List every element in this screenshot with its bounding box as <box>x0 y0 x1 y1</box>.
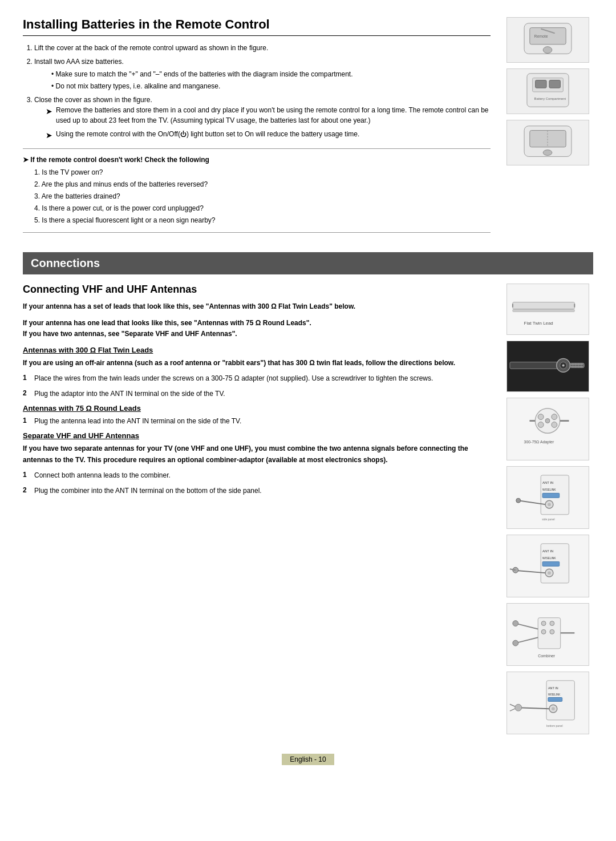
connections-images: Flat Twin Lead <box>502 284 593 734</box>
svg-point-32 <box>551 414 557 419</box>
svg-point-65 <box>549 629 554 634</box>
svg-rect-17 <box>512 309 574 312</box>
svg-point-53 <box>548 571 551 575</box>
svg-rect-23 <box>570 363 584 368</box>
adapter-image: 300-75Ω Adapter <box>506 398 589 460</box>
svg-point-13 <box>543 150 552 156</box>
warning-item-4: 4. Is there a power cut, or is the power… <box>34 203 491 213</box>
warning-item-3: 3. Are the batteries drained? <box>34 191 491 201</box>
svg-line-74 <box>518 707 549 709</box>
svg-text:300-75Ω Adapter: 300-75Ω Adapter <box>524 440 554 444</box>
svg-text:ANT IN: ANT IN <box>548 686 558 689</box>
ant-in-image-75: ANT IN WISELINK <box>506 535 589 597</box>
svg-rect-7 <box>535 80 546 88</box>
svg-point-2 <box>543 47 552 54</box>
step-2: Install two AAA size batteries. Make sur… <box>34 56 491 91</box>
svg-line-59 <box>515 637 537 643</box>
battery-image-3 <box>506 120 589 165</box>
combiner-image-2: ANT IN WISELINK bottom panel <box>506 672 589 734</box>
vhf-uhf-title: Connecting VHF and UHF Antennas <box>23 284 491 296</box>
svg-line-58 <box>515 623 537 629</box>
svg-text:bottom panel: bottom panel <box>546 724 562 727</box>
svg-point-62 <box>541 621 546 625</box>
step-3: Close the cover as shown in the figure. … <box>34 95 491 141</box>
flat-twin-step-2: 2 Plug the adaptor into the ANT IN termi… <box>23 389 491 399</box>
page-footer: English - 10 <box>23 751 593 767</box>
batteries-section: Installing Batteries in the Remote Contr… <box>23 17 593 240</box>
batteries-title: Installing Batteries in the Remote Contr… <box>23 17 491 36</box>
vhf-uhf-text: Connecting VHF and UHF Antennas If your … <box>23 284 491 734</box>
svg-rect-42 <box>542 493 560 498</box>
warning-item-2: 2. Are the plus and minus ends of the ba… <box>34 179 491 189</box>
warning-section: ➤ If the remote control doesn't work! Ch… <box>23 156 491 225</box>
svg-text:WISELINK: WISELINK <box>542 557 556 560</box>
battery-image-1: Remote <box>506 17 589 63</box>
svg-point-22 <box>562 365 564 367</box>
svg-text:Combiner: Combiner <box>538 653 556 657</box>
battery-image-2: Battery Compartment <box>506 68 589 114</box>
flat-antenna-image: Flat Twin Lead <box>506 284 589 335</box>
svg-line-77 <box>509 709 514 711</box>
svg-point-46 <box>516 498 520 503</box>
separate-heading: Separate VHF and UHF Antennas <box>23 431 491 440</box>
flat-twin-desc: If you are using an off-air antenna (suc… <box>23 358 491 369</box>
svg-text:ANT IN: ANT IN <box>542 549 553 552</box>
batteries-steps: Lift the cover at the back of the remote… <box>23 43 491 141</box>
warning-item-5: 5. Is there a special fluorescent light … <box>34 215 491 225</box>
intro-75: If your antenna has one lead that looks … <box>23 318 491 339</box>
svg-rect-19 <box>509 362 560 369</box>
connections-header: Connections <box>23 252 593 274</box>
svg-point-73 <box>551 707 554 710</box>
svg-point-63 <box>541 629 546 634</box>
svg-rect-71 <box>548 697 562 701</box>
svg-point-34 <box>551 422 557 427</box>
footer-badge: English - 10 <box>282 754 334 765</box>
batteries-text: Installing Batteries in the Remote Contr… <box>23 17 491 240</box>
step-1: Lift the cover at the back of the remote… <box>34 43 491 53</box>
svg-point-64 <box>549 621 554 625</box>
svg-line-76 <box>509 704 514 706</box>
svg-text:Flat Twin Lead: Flat Twin Lead <box>524 321 553 326</box>
sub-item-2: Do not mix battery types, i.e. alkaline … <box>51 81 491 91</box>
svg-text:side panel: side panel <box>542 517 554 520</box>
svg-text:Battery Compartment: Battery Compartment <box>534 97 566 100</box>
separate-desc: If you have two separate antennas for yo… <box>23 443 491 465</box>
round-leads-step-1: 1 Plug the antenna lead into the ANT IN … <box>23 416 491 427</box>
svg-point-61 <box>512 640 518 646</box>
page-content: Installing Batteries in the Remote Contr… <box>23 17 593 767</box>
divider-1 <box>23 148 491 149</box>
sub-item-1: Make sure to match the "+" and "–" ends … <box>51 69 491 79</box>
round-leads-heading: Antennas with 75 Ω Round Leads <box>23 404 491 413</box>
svg-rect-51 <box>542 561 560 566</box>
svg-text:WISELINK: WISELINK <box>542 488 556 491</box>
arrow-note-2: ➤ Using the remote control with the On/O… <box>34 129 491 141</box>
warning-list: 1. Is the TV power on? 2. Are the plus a… <box>23 167 491 225</box>
step-2-subitems: Make sure to match the "+" and "–" ends … <box>34 69 491 91</box>
svg-point-75 <box>514 704 521 711</box>
svg-point-44 <box>548 503 551 506</box>
svg-text:ANT IN: ANT IN <box>542 480 553 484</box>
ant-in-image-300: ANT IN WISELINK side panel <box>506 466 589 529</box>
svg-point-60 <box>512 620 518 626</box>
svg-point-33 <box>538 422 544 427</box>
warning-item-1: 1. Is the TV power on? <box>34 167 491 177</box>
batteries-images: Remote Battery Compartment <box>502 17 593 240</box>
round-lead-image <box>506 341 589 392</box>
divider-2 <box>23 232 491 233</box>
arrow-note-1: ➤ Remove the batteries and store them in… <box>34 105 491 126</box>
warning-title: ➤ If the remote control doesn't work! Ch… <box>23 156 491 164</box>
svg-point-35 <box>545 418 550 423</box>
flat-twin-step-1: 1 Place the wires from the twin leads un… <box>23 373 491 384</box>
svg-rect-8 <box>549 80 560 88</box>
combiner-image-1: Combiner <box>506 603 589 666</box>
separate-step-1: 1 Connect both antenna leads to the comb… <box>23 470 491 481</box>
svg-point-31 <box>538 414 544 419</box>
vhf-uhf-section: Connecting VHF and UHF Antennas If your … <box>23 284 593 734</box>
separate-step-2: 2 Plug the combiner into the ANT IN term… <box>23 486 491 496</box>
svg-rect-14 <box>512 302 574 309</box>
intro-300: If your antenna has a set of leads that … <box>23 301 491 312</box>
flat-twin-heading: Antennas with 300 Ω Flat Twin Leads <box>23 346 491 354</box>
svg-text:Remote: Remote <box>534 34 548 38</box>
svg-text:WISELINK: WISELINK <box>548 693 560 696</box>
